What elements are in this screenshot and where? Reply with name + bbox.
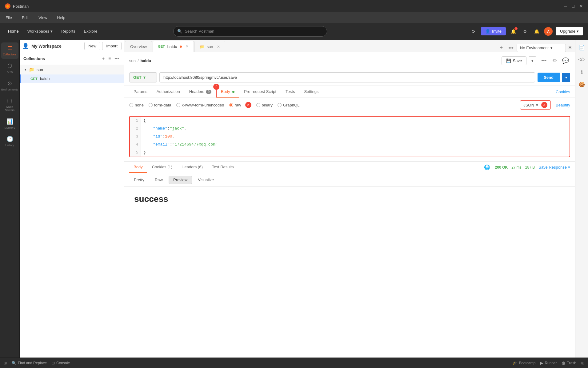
minimize-button[interactable]: ─ bbox=[564, 4, 567, 9]
find-replace-button[interactable]: 🔍 Find and Replace bbox=[12, 361, 47, 365]
option-graphql[interactable]: GraphQL bbox=[278, 103, 299, 107]
import-button[interactable]: Import bbox=[102, 42, 122, 50]
resp-tab-cookies[interactable]: Cookies (1) bbox=[148, 162, 177, 173]
none-radio[interactable] bbox=[129, 103, 133, 107]
url-input[interactable] bbox=[159, 72, 535, 82]
menu-file[interactable]: File bbox=[4, 14, 14, 21]
runner-button[interactable]: ▶ Runner bbox=[540, 361, 557, 365]
edit-request-icon[interactable]: ✏ bbox=[551, 56, 558, 65]
bottom-panel-toggle[interactable]: ⊞ bbox=[4, 361, 7, 365]
environment-select[interactable]: No Environment ▾ bbox=[517, 44, 566, 52]
send-arrow-button[interactable]: ▾ bbox=[562, 73, 570, 82]
avatar[interactable]: A bbox=[544, 27, 553, 36]
send-button[interactable]: Send bbox=[538, 73, 560, 82]
menu-view[interactable]: View bbox=[37, 14, 49, 21]
sidebar-item-mock-servers[interactable]: ⬚ Mock Servers bbox=[1, 95, 18, 114]
sidebar-item-history[interactable]: 🕐 History bbox=[1, 133, 18, 150]
more-options-icon[interactable]: ••• bbox=[113, 55, 120, 62]
urlencoded-radio[interactable] bbox=[176, 103, 180, 107]
invite-button[interactable]: 👤 Invite bbox=[481, 27, 506, 35]
code-editor[interactable]: 1 { 2 "name":"jack", 3 "id":100, 4 "emai… bbox=[129, 116, 570, 157]
request-baidu[interactable]: GET baidu bbox=[20, 74, 124, 83]
resp-sub-tab-visualize[interactable]: Visualize bbox=[193, 176, 218, 184]
layout-toggle[interactable]: ⊞ bbox=[581, 361, 584, 365]
req-tab-authorization[interactable]: Authorization bbox=[152, 86, 184, 98]
maximize-button[interactable]: □ bbox=[572, 4, 574, 9]
option-binary[interactable]: binary bbox=[256, 103, 273, 107]
menu-edit[interactable]: Edit bbox=[20, 14, 30, 21]
comment-icon[interactable]: 💬 bbox=[561, 56, 570, 65]
resp-tab-test-results[interactable]: Test Results bbox=[208, 162, 238, 173]
req-tab-settings[interactable]: Settings bbox=[300, 86, 323, 98]
save-response-button[interactable]: Save Response ▾ bbox=[538, 165, 570, 170]
trash-button[interactable]: 🗑 Trash bbox=[562, 361, 576, 365]
close-button[interactable]: ✕ bbox=[579, 4, 583, 9]
add-collection-button[interactable]: + bbox=[101, 55, 106, 62]
req-tab-params[interactable]: Params bbox=[129, 86, 152, 98]
req-tab-pre-request-script[interactable]: Pre-request Script bbox=[240, 86, 281, 98]
json-format-select[interactable]: JSON ▾ 3 bbox=[520, 100, 551, 110]
response-tabs-bar: Body Cookies (1) Headers (6) Test Result… bbox=[124, 162, 575, 173]
nav-reports[interactable]: Reports bbox=[58, 27, 78, 35]
option-none[interactable]: none bbox=[129, 103, 144, 107]
search-bar[interactable]: 🔍 Search Postman bbox=[173, 26, 327, 37]
env-eye-button[interactable]: 👁 bbox=[568, 45, 573, 51]
console-button[interactable]: ⊡ Console bbox=[52, 361, 70, 365]
main-layout: ☰ Collections ⬡ APIs ⊙ Environments ⬚ Mo… bbox=[0, 40, 588, 358]
nav-explore[interactable]: Explore bbox=[81, 27, 101, 35]
titlebar-controls[interactable]: ─ □ ✕ bbox=[564, 4, 583, 9]
bootcamp-button[interactable]: 🎓 Bootcamp bbox=[513, 361, 535, 365]
new-button[interactable]: New bbox=[84, 42, 100, 50]
form-data-radio[interactable] bbox=[149, 103, 153, 107]
request-more-button[interactable]: ••• bbox=[539, 58, 549, 63]
option-form-data[interactable]: form-data bbox=[149, 103, 171, 107]
req-tab-tests[interactable]: Tests bbox=[281, 86, 299, 98]
option-urlencoded[interactable]: x-www-form-urlencoded bbox=[176, 103, 224, 107]
resp-sub-tab-raw[interactable]: Raw bbox=[150, 176, 167, 184]
method-select[interactable]: GET ▾ bbox=[129, 72, 157, 82]
save-button[interactable]: 💾 Save bbox=[502, 56, 527, 65]
upgrade-button[interactable]: Upgrade ▾ bbox=[556, 27, 583, 35]
sidebar-item-environments[interactable]: ⊙ Environments bbox=[1, 78, 18, 94]
tab-overview[interactable]: Overview bbox=[125, 41, 152, 52]
breadcrumb-parent: sun bbox=[129, 58, 136, 63]
collections-icon: ☰ bbox=[7, 45, 12, 52]
tab-baidu-close[interactable]: ✕ bbox=[186, 44, 189, 49]
add-tab-button[interactable]: + bbox=[497, 45, 506, 51]
raw-radio[interactable] bbox=[229, 103, 233, 107]
user-icon[interactable]: 👤 bbox=[22, 43, 29, 50]
resp-sub-tab-preview[interactable]: Preview bbox=[169, 176, 192, 184]
settings-icon[interactable]: ⚙ bbox=[521, 27, 529, 36]
code-icon[interactable]: </> bbox=[577, 55, 587, 65]
info-icon[interactable]: ℹ bbox=[577, 67, 587, 77]
req-tab-headers[interactable]: Headers 9 1 bbox=[185, 86, 216, 98]
notification-icon[interactable]: 🔔 2 bbox=[509, 27, 518, 36]
collection-sun[interactable]: ▾ 📁 sun bbox=[20, 65, 124, 74]
save-arrow-button[interactable]: ▾ bbox=[529, 56, 536, 65]
beautify-button[interactable]: Beautify bbox=[556, 103, 570, 107]
sidebar-item-monitors[interactable]: 📊 Monitors bbox=[1, 116, 18, 132]
sidebar-item-apis[interactable]: ⬡ APIs bbox=[1, 60, 18, 76]
menu-help[interactable]: Help bbox=[55, 14, 67, 21]
sync-icon[interactable]: ⟳ bbox=[469, 27, 478, 36]
tab-sun[interactable]: 📁 sun ✕ bbox=[194, 41, 225, 52]
resp-tab-body[interactable]: Body bbox=[129, 162, 147, 173]
sidebar-item-collections[interactable]: ☰ Collections bbox=[1, 42, 18, 59]
cookies-link[interactable]: Cookies bbox=[556, 90, 570, 94]
tab-sun-close[interactable]: ✕ bbox=[217, 45, 220, 49]
graphql-radio[interactable] bbox=[278, 103, 282, 107]
nav-workspaces[interactable]: Workspaces ▾ bbox=[24, 27, 56, 35]
titlebar: 🔶 Postman ─ □ ✕ bbox=[0, 0, 588, 12]
doc-icon[interactable]: 📄 bbox=[577, 42, 587, 52]
tab-baidu[interactable]: GET baidu ✕ bbox=[153, 41, 194, 52]
alert-icon[interactable]: 🔔 bbox=[532, 27, 541, 36]
resp-sub-tab-pretty[interactable]: Pretty bbox=[129, 176, 149, 184]
req-tab-body[interactable]: Body bbox=[216, 86, 239, 98]
binary-radio[interactable] bbox=[256, 103, 260, 107]
nav-home[interactable]: Home bbox=[5, 27, 22, 35]
resp-tab-headers[interactable]: Headers (6) bbox=[177, 162, 207, 173]
tab-more-button[interactable]: ••• bbox=[506, 45, 516, 51]
cookie-icon[interactable]: 🍪 bbox=[577, 79, 587, 89]
option-raw[interactable]: raw 2 bbox=[229, 102, 251, 108]
sort-icon[interactable]: ≡ bbox=[107, 55, 112, 62]
